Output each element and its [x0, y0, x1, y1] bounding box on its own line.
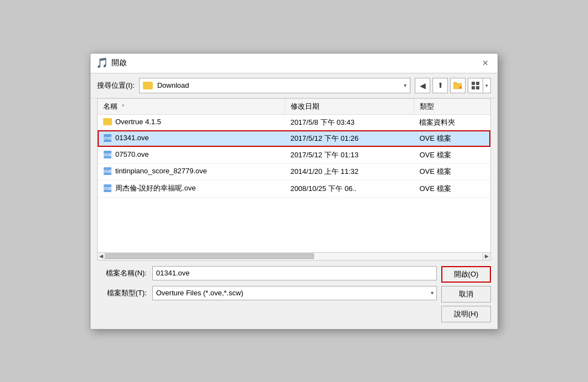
svg-text:OVE: OVE: [104, 136, 112, 140]
file-name-cell: OVE01341.ove: [98, 130, 285, 147]
view-button[interactable]: [468, 78, 483, 93]
file-list-body: Overtrue 4.1.52017/5/8 下午 03:43檔案資料夾OVE0…: [98, 114, 490, 197]
file-name-cell: OVEtintinpiano_score_82779.ove: [98, 163, 285, 180]
close-button[interactable]: ✕: [479, 56, 492, 70]
file-name: Overtrue 4.1.5: [115, 118, 161, 126]
open-dialog: 🎵 開啟 ✕ 搜尋位置(I): Download ▾ ◀ ⬆ ★: [90, 53, 498, 330]
file-name-cell: Overtrue 4.1.5: [98, 114, 285, 130]
col-header-modified[interactable]: 修改日期: [285, 99, 414, 115]
file-table: 名稱 ^ 修改日期 類型 Overtrue 4.1.52017/5/8 下午 0…: [98, 99, 490, 198]
view-toggle: ▾: [468, 78, 491, 93]
file-type-cell: OVE 檔案: [414, 163, 490, 180]
table-row[interactable]: OVE07570.ove2017/5/12 下午 01:13OVE 檔案: [98, 147, 490, 163]
filetype-row: 檔案類型(T): Overture Files (*.ove,*.scw)All…: [97, 286, 437, 300]
table-row[interactable]: OVE周杰倫-說好的幸福呢.ove2008/10/25 下午 06..OVE 檔…: [98, 180, 490, 197]
col-header-name[interactable]: 名稱 ^: [98, 99, 285, 115]
file-type-cell: OVE 檔案: [414, 130, 490, 147]
new-folder-button[interactable]: ★: [450, 78, 466, 93]
svg-text:★: ★: [458, 85, 462, 90]
file-modified-cell: 2017/5/12 下午 01:13: [285, 147, 414, 163]
form-rows: 檔案名稱(N): 檔案類型(T): Overture Files (*.ove,…: [97, 266, 437, 300]
file-type-cell: 檔案資料夾: [414, 114, 490, 130]
toolbar: 搜尋位置(I): Download ▾ ◀ ⬆ ★: [90, 73, 498, 98]
file-list-container[interactable]: 名稱 ^ 修改日期 類型 Overtrue 4.1.52017/5/8 下午 0…: [97, 98, 491, 253]
filename-label: 檔案名稱(N):: [97, 268, 147, 278]
svg-text:OVE: OVE: [104, 153, 112, 157]
file-modified-cell: 2017/5/8 下午 03:43: [285, 114, 414, 130]
view-dropdown-arrow[interactable]: ▾: [483, 78, 491, 93]
title-bar: 🎵 開啟 ✕: [90, 54, 498, 73]
scroll-right-btn[interactable]: ▶: [483, 253, 490, 260]
action-buttons: 開啟(O) 取消 說明(H): [441, 266, 491, 322]
svg-text:OVE: OVE: [104, 169, 112, 173]
dialog-title: 開啟: [111, 58, 127, 68]
ove-icon: OVE: [103, 134, 112, 142]
location-label: 搜尋位置(I):: [97, 81, 135, 91]
bottom-area: 檔案名稱(N): 檔案類型(T): Overture Files (*.ove,…: [97, 266, 491, 322]
svg-rect-5: [472, 86, 475, 89]
dialog-icon: 🎵: [96, 57, 108, 69]
back-button[interactable]: ◀: [415, 78, 430, 93]
location-name: Download: [157, 81, 399, 89]
file-name: tintinpiano_score_82779.ove: [115, 167, 207, 175]
filetype-label: 檔案類型(T):: [97, 288, 147, 298]
filename-input[interactable]: [152, 266, 437, 280]
svg-rect-6: [476, 86, 479, 89]
file-name: 01341.ove: [115, 134, 149, 142]
open-button[interactable]: 開啟(O): [441, 266, 491, 283]
ove-icon: OVE: [103, 150, 112, 159]
filename-row: 檔案名稱(N):: [97, 266, 437, 280]
file-type-cell: OVE 檔案: [414, 180, 490, 197]
svg-text:OVE: OVE: [104, 187, 112, 190]
table-row[interactable]: OVEtintinpiano_score_82779.ove2014/1/20 …: [98, 163, 490, 180]
table-row[interactable]: OVE01341.ove2017/5/12 下午 01:26OVE 檔案: [98, 130, 490, 147]
scroll-left-btn[interactable]: ◀: [98, 253, 105, 260]
svg-rect-3: [472, 82, 475, 85]
filetype-select-wrapper: Overture Files (*.ove,*.scw)All Files (*…: [152, 286, 437, 300]
file-modified-cell: 2008/10/25 下午 06..: [285, 180, 414, 197]
col-header-type[interactable]: 類型: [414, 99, 490, 115]
cancel-button[interactable]: 取消: [441, 286, 491, 303]
file-name-cell: OVE周杰倫-說好的幸福呢.ove: [98, 180, 285, 197]
table-row[interactable]: Overtrue 4.1.52017/5/8 下午 03:43檔案資料夾: [98, 114, 490, 130]
ove-icon: OVE: [103, 184, 112, 193]
svg-rect-4: [476, 82, 479, 85]
up-button[interactable]: ⬆: [432, 78, 448, 93]
title-bar-left: 🎵 開啟: [96, 57, 127, 69]
folder-icon: [143, 82, 153, 89]
table-header-row: 名稱 ^ 修改日期 類型: [98, 99, 490, 115]
horizontal-scrollbar[interactable]: ▶ ◀: [97, 253, 491, 261]
bottom-form: 檔案名稱(N): 檔案類型(T): Overture Files (*.ove,…: [90, 261, 498, 329]
nav-buttons: ◀ ⬆ ★ ▾: [415, 78, 491, 93]
folder-icon: [103, 118, 112, 125]
sort-arrow: ^: [122, 104, 125, 110]
scrollbar-thumb: [98, 253, 314, 259]
chevron-down-icon: ▾: [404, 82, 407, 88]
file-name: 07570.ove: [115, 150, 149, 158]
file-name: 周杰倫-說好的幸福呢.ove: [115, 183, 196, 193]
file-type-cell: OVE 檔案: [414, 147, 490, 163]
svg-rect-1: [453, 82, 457, 84]
ove-icon: OVE: [103, 167, 112, 176]
filetype-select[interactable]: Overture Files (*.ove,*.scw)All Files (*…: [152, 286, 437, 300]
location-dropdown[interactable]: Download ▾: [139, 78, 410, 93]
help-button[interactable]: 說明(H): [441, 306, 491, 322]
file-modified-cell: 2017/5/12 下午 01:26: [285, 130, 414, 147]
file-modified-cell: 2014/1/20 上午 11:32: [285, 163, 414, 180]
file-name-cell: OVE07570.ove: [98, 147, 285, 163]
